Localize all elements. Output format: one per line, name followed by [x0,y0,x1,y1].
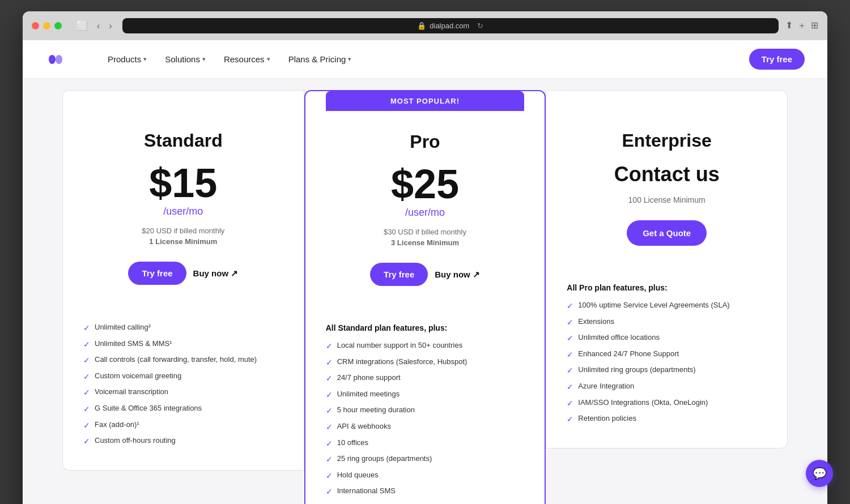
list-item: ✓ 10 offices [326,438,525,450]
back-button[interactable]: ‹ [94,19,103,32]
check-icon: ✓ [567,398,573,409]
standard-license-min: 1 License Minimum [83,237,283,246]
check-icon: ✓ [83,420,90,432]
chevron-down-icon: ▾ [202,55,206,63]
standard-buy-now-link[interactable]: Buy now ↗ [193,268,239,279]
list-item: ✓ Azure Integration [567,381,767,393]
list-item: ✓ Fax (add-on)¹ [83,420,283,432]
close-button[interactable] [32,22,39,29]
check-icon: ✓ [83,404,90,415]
pro-try-free-button[interactable]: Try free [370,263,428,286]
list-item: ✓ API & webhooks [326,421,525,433]
svg-point-0 [49,55,56,64]
list-item: ✓ Voicemail transcription [83,387,283,399]
check-icon: ✓ [326,405,333,417]
logo[interactable] [45,49,66,70]
check-icon: ✓ [326,357,333,369]
pro-plan-name: Pro [326,131,525,152]
svg-point-1 [56,55,62,64]
pro-content: Pro $25 /user/mo $30 USD if billed month… [326,131,525,504]
list-item: ✓ Unlimited ring groups (departments) [567,365,767,377]
check-icon: ✓ [83,323,90,334]
enterprise-contact-label: Contact us [567,163,767,186]
maximize-button[interactable] [54,22,62,29]
check-icon: ✓ [567,382,573,393]
nav-item-products[interactable]: Products ▾ [100,50,155,69]
check-icon: ✓ [326,341,333,352]
check-icon: ✓ [567,301,573,312]
pro-plan-card: MOST POPULAR! Pro $25 /user/mo $30 USD i… [304,90,546,504]
check-icon: ✓ [326,390,333,401]
pro-features-header: All Standard plan features, plus: [326,323,525,332]
list-item: ✓ CRM integrations (Salesforce, Hubspot) [326,357,525,369]
pro-features-list: ✓ Local number support in 50+ countries … [326,340,525,504]
list-item: ✓ Local number support in 50+ countries [326,340,525,352]
standard-features-list: ✓ Unlimited calling² ✓ Unlimited SMS & M… [83,322,283,447]
check-icon: ✓ [326,486,333,498]
browser-controls: ⬜ ‹ › [73,19,116,32]
list-item: ✓ Unlimited calling² [83,322,283,334]
list-item: ✓ Call controls (call forwarding, transf… [83,354,283,366]
standard-price-unit: /user/mo [83,206,283,217]
url-text: dialpad.com [430,22,469,30]
nav-try-free-button[interactable]: Try free [749,49,805,70]
list-item: ✓ International SMS [326,486,525,498]
check-icon: ✓ [83,355,90,366]
standard-try-free-button[interactable]: Try free [128,262,186,285]
chat-bubble-button[interactable]: 💬 [806,460,833,487]
pro-plan-price: $25 [326,164,525,204]
list-item: ✓ Hold queues [326,470,525,482]
list-item: ✓ 24/7 phone support [326,373,525,385]
enterprise-get-quote-button[interactable]: Get a Quote [627,220,707,246]
pro-billing-note: $30 USD if billed monthly [326,228,525,236]
minimize-button[interactable] [43,22,50,29]
most-popular-badge: MOST POPULAR! [326,91,525,111]
check-icon: ✓ [326,471,333,482]
check-icon: ✓ [83,371,90,383]
check-icon: ✓ [83,339,90,351]
chevron-down-icon: ▾ [143,55,147,63]
chat-icon: 💬 [813,467,827,480]
standard-plan-card: Standard $15 /user/mo $20 USD if billed … [62,90,304,471]
enterprise-license-min: 100 License Minimum [567,195,767,204]
check-icon: ✓ [83,387,90,399]
page-content: Products ▾ Solutions ▾ Resources ▾ Plans… [23,40,827,504]
check-icon: ✓ [567,414,573,425]
new-tab-icon[interactable]: ＋ [797,20,806,32]
pro-price-unit: /user/mo [326,207,525,219]
pricing-section: Standard $15 /user/mo $20 USD if billed … [23,79,827,504]
nav-item-plans[interactable]: Plans & Pricing ▾ [280,50,360,69]
list-item: ✓ Enhanced 24/7 Phone Support [567,349,767,361]
list-item: ✓ Unlimited office locations [567,332,767,344]
check-icon: ✓ [567,333,573,344]
list-item: ✓ 100% uptime Service Level Agreements (… [567,300,767,312]
check-icon: ✓ [326,454,333,465]
chevron-down-icon: ▾ [267,55,270,63]
sidebar-toggle[interactable]: ⬜ [73,19,91,32]
nav-item-resources[interactable]: Resources ▾ [216,50,278,69]
check-icon: ✓ [326,373,333,385]
address-bar[interactable]: 🔒 dialpad.com ↻ [122,18,779,33]
list-item: ✓ 5 hour meeting duration [326,405,525,417]
grid-icon[interactable]: ⊞ [811,20,818,32]
list-item: ✓ Custom voicemail greeting [83,371,283,383]
nav-item-solutions[interactable]: Solutions ▾ [157,50,214,69]
browser-window: ⬜ ‹ › 🔒 dialpad.com ↻ ⬆ ＋ ⊞ [23,11,827,504]
check-icon: ✓ [567,365,573,377]
list-item: ✓ Unlimited SMS & MMS¹ [83,339,283,351]
enterprise-features-list: ✓ 100% uptime Service Level Agreements (… [567,300,767,425]
list-item: ✓ G Suite & Office 365 integrations [83,403,283,415]
pro-license-min: 3 License Minimum [326,238,525,247]
lock-icon: 🔒 [417,22,426,30]
browser-chrome: ⬜ ‹ › 🔒 dialpad.com ↻ ⬆ ＋ ⊞ [23,11,827,40]
share-icon[interactable]: ⬆ [785,20,793,32]
forward-button[interactable]: › [105,19,115,32]
browser-actions: ⬆ ＋ ⊞ [785,20,818,32]
standard-plan-name: Standard [83,130,283,151]
pro-buy-now-link[interactable]: Buy now ↗ [435,270,480,280]
reload-icon[interactable]: ↻ [477,22,483,30]
check-icon: ✓ [326,438,333,450]
check-icon: ✓ [567,317,573,328]
plans-grid: Standard $15 /user/mo $20 USD if billed … [62,90,788,504]
list-item: ✓ Retention policies [567,413,767,425]
